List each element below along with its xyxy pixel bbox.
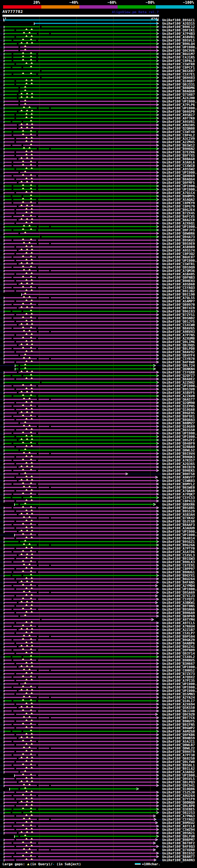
label-connector-line <box>159 277 162 278</box>
query-gap-marker-icon <box>25 489 28 491</box>
subject-overhang-line <box>0 860 3 860</box>
label-connector-line <box>159 128 162 129</box>
query-gap-marker-icon <box>30 299 33 301</box>
query-gap-marker-icon <box>25 289 28 291</box>
query-gap-marker-icon <box>22 431 24 433</box>
alignment-bar <box>4 84 156 85</box>
arrowhead-icon <box>156 649 159 652</box>
label-connector-line <box>159 826 162 827</box>
alignment-bar <box>4 134 156 136</box>
query-gap-marker-icon <box>22 337 24 338</box>
alignment-bar <box>4 419 156 420</box>
query-gap-marker-icon <box>30 350 33 352</box>
query-gap-marker-icon <box>30 401 33 402</box>
alignment-row: UniRef100_Q7EZR6 <box>0 151 197 154</box>
subject-gap-nick <box>36 741 38 742</box>
subject-gap-nick <box>19 101 20 102</box>
subject-overhang-line <box>0 393 3 393</box>
alignment-bar <box>4 443 156 444</box>
arrowhead-icon <box>156 293 159 296</box>
subject-id-label: UniRef100_B8Q8A3 <box>162 418 195 422</box>
alignment-bar <box>4 199 156 200</box>
subject-gap-nick <box>40 382 41 383</box>
alignment-bar <box>4 97 156 98</box>
subject-id-label: UniRef100_UPI000.. <box>162 259 197 262</box>
query-gap-marker-icon <box>28 563 31 565</box>
alignment-bar <box>4 378 156 380</box>
label-connector-line <box>159 196 162 196</box>
subject-gap-nick <box>36 60 38 61</box>
subject-gap-nick <box>17 345 19 346</box>
alignment-row: UniRef100_UPI000.. <box>0 689 197 692</box>
alignment-row: UniRef100_A3A8L6 <box>0 161 197 164</box>
query-gap-marker-icon <box>25 83 28 84</box>
subject-gap-nick <box>12 700 13 702</box>
query-gap-marker-icon <box>22 303 24 304</box>
arrowhead-icon <box>156 107 159 110</box>
arrowhead-icon <box>156 371 159 374</box>
arrowhead-icon <box>156 625 159 628</box>
alignment-row: UniRef100_A6MZG0 <box>0 730 197 733</box>
arrowhead-icon <box>136 787 139 790</box>
subject-gap-nick <box>14 114 16 116</box>
subject-id-label: UniRef100_B9IFN5 <box>162 723 195 726</box>
subject-gap-nick <box>36 317 38 319</box>
subject-gap-nick <box>14 118 16 119</box>
query-gap-marker-icon <box>30 506 32 507</box>
label-connector-line <box>159 724 162 725</box>
subject-id-label: UniRef100_B9IL62 <box>162 767 195 770</box>
alignment-row: UniRef100_B3H667 <box>0 662 197 665</box>
subject-id-label: UniRef100_B8AQG4 <box>162 178 195 181</box>
alignment-bar <box>4 53 156 55</box>
alignment-row: UniRef100_O80970 <box>0 303 197 306</box>
arrowhead-icon <box>156 36 159 38</box>
alignment-bar <box>4 606 156 607</box>
subject-id-label: UniRef100_C5WR83 <box>162 479 195 483</box>
subject-gap-nick <box>12 60 13 61</box>
alignment-row: UniRef100_C0HH52 <box>0 669 197 672</box>
query-gap-marker-icon <box>22 384 24 385</box>
subject-overhang-line <box>0 386 3 386</box>
alignment-bar <box>4 470 156 471</box>
alignment-row: UniRef100_Q10Q87 <box>0 80 197 83</box>
subject-gap-nick <box>19 172 20 173</box>
alignment-bar <box>4 792 156 793</box>
alignment-bar <box>4 104 156 105</box>
subject-gap-nick <box>36 287 38 288</box>
alignment-bar <box>4 267 156 268</box>
subject-gap-nick <box>37 270 38 271</box>
subject-id-label: UniRef100_A9U264 <box>162 794 195 798</box>
subject-gap-nick <box>40 236 41 238</box>
subject-overhang-line <box>0 338 3 339</box>
query-gap-marker-icon <box>28 106 31 108</box>
query-gap-marker-icon <box>26 581 28 582</box>
alignment-bar <box>4 592 156 593</box>
subject-id-label: UniRef100_UPI000.. <box>162 774 197 777</box>
subject-gap-nick <box>19 368 20 370</box>
alignment-bar <box>4 555 156 556</box>
arrowhead-icon <box>156 327 159 330</box>
alignment-row: UniRef100_C5WTR8 <box>0 63 197 66</box>
alignment-bar <box>4 819 154 820</box>
alignment-row: UniRef100_Q9LYW0 <box>0 760 197 764</box>
query-gap-marker-icon <box>28 516 31 518</box>
query-gap-marker-icon <box>31 343 33 345</box>
arrowhead-icon <box>156 534 159 536</box>
query-gap-marker-icon <box>30 773 32 775</box>
subject-id-label: UniRef100_B9SGZ1 <box>162 540 195 544</box>
arrowhead-icon <box>156 236 159 238</box>
subject-id-label: UniRef100_A7P4B3 <box>162 32 195 35</box>
arrowhead-icon <box>156 771 159 773</box>
arrowhead-icon <box>156 696 159 699</box>
subject-id-label: UniRef100_Q8H069 <box>162 174 195 178</box>
subject-overhang-line <box>0 562 3 562</box>
subject-gap-nick <box>17 158 19 159</box>
subject-id-label: UniRef100_B8AAF3 <box>162 523 195 527</box>
subject-overhang-line <box>0 501 3 501</box>
subject-id-label: UniRef100_Q9FNB3 <box>162 276 195 279</box>
query-gap-marker-icon <box>20 411 23 412</box>
query-gap-marker-icon <box>25 641 28 643</box>
subject-gap-nick <box>14 409 16 410</box>
arrowhead-icon <box>156 317 159 320</box>
subject-gap-nick <box>17 124 19 126</box>
